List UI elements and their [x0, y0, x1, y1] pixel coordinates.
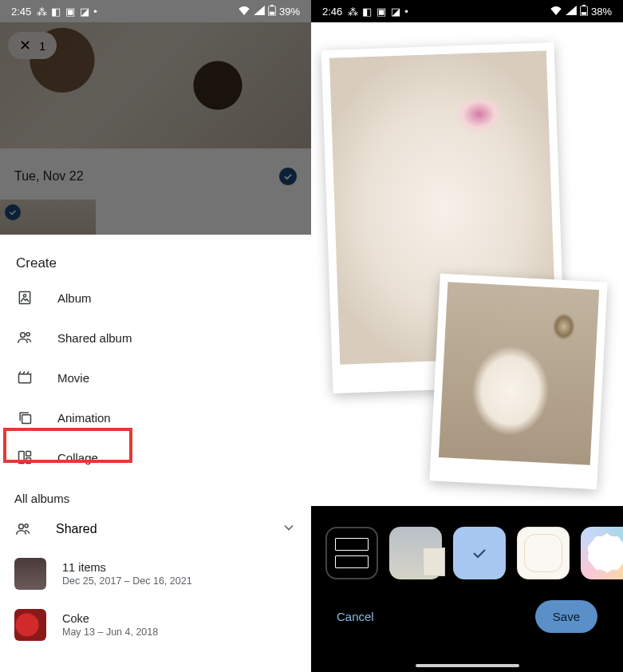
shared-album-icon — [16, 329, 34, 346]
template-selected[interactable] — [453, 527, 506, 579]
create-bottom-sheet: Create Album Shared album Movie — [0, 235, 311, 672]
notification-icon: ▣ — [65, 6, 76, 17]
svg-rect-16 — [582, 12, 586, 15]
menu-item-label: Collage — [57, 451, 98, 464]
template-overlap[interactable] — [389, 527, 442, 579]
album-title: Coke — [62, 612, 158, 625]
status-bar: 2:45 ⁂ ◧ ▣ ◪ • 39% — [0, 0, 311, 22]
svg-rect-9 — [19, 452, 25, 464]
action-row: Cancel Save — [311, 579, 623, 633]
shared-label: Shared — [56, 522, 97, 536]
template-grid[interactable] — [325, 527, 378, 579]
album-title: 11 items — [62, 561, 192, 574]
svg-point-6 — [26, 333, 30, 336]
more-icon: • — [404, 6, 408, 18]
status-app-icons: ⁂ ◧ ▣ ◪ • — [36, 6, 97, 18]
editor-bottom-bar: Cancel Save — [311, 506, 623, 672]
collage-icon — [16, 449, 34, 466]
app-icon: ◪ — [79, 6, 90, 17]
menu-item-animation[interactable]: Animation — [0, 397, 311, 437]
svg-rect-10 — [26, 452, 31, 457]
all-albums-title: All albums — [0, 477, 311, 510]
menu-item-label: Album — [57, 291, 92, 305]
wifi-icon — [550, 6, 562, 18]
status-bar: 2:46 ⁂ ◧ ▣ ◪ • 38% — [311, 0, 623, 22]
battery-percent: 38% — [591, 6, 612, 18]
album-thumbnail — [14, 558, 46, 590]
more-icon: • — [93, 6, 97, 18]
slack-icon: ⁂ — [347, 6, 358, 17]
template-strip[interactable] — [311, 506, 623, 579]
menu-item-label: Movie — [57, 371, 89, 385]
svg-point-5 — [21, 333, 26, 338]
status-time: 2:46 — [322, 6, 342, 18]
selection-count: 1 — [39, 39, 45, 53]
notification-icon: ▣ — [376, 6, 387, 17]
template-flower[interactable] — [581, 527, 623, 579]
battery-icon — [268, 5, 276, 18]
menu-item-album[interactable]: Album — [0, 278, 311, 318]
signal-icon — [254, 6, 265, 18]
status-app-icons: ⁂ ◧ ▣ ◪ • — [347, 6, 408, 18]
menu-item-collage[interactable]: Collage — [0, 437, 311, 477]
album-icon — [16, 289, 34, 306]
battery-percent: 39% — [279, 6, 300, 18]
photos-create-sheet-screen: ✕ 1 Tue, Nov 22 2:45 ⁂ ◧ ▣ ◪ • — [0, 0, 311, 672]
svg-point-4 — [23, 294, 26, 297]
cancel-button[interactable]: Cancel — [337, 610, 374, 623]
save-button[interactable]: Save — [535, 600, 597, 633]
svg-rect-11 — [26, 458, 31, 464]
thumbnail-check-icon[interactable] — [5, 204, 21, 220]
shared-icon — [14, 520, 32, 538]
svg-point-12 — [19, 524, 24, 529]
album-row[interactable]: Coke May 13 – Jun 4, 2018 — [0, 599, 311, 650]
battery-icon — [580, 5, 588, 18]
album-thumbnail — [14, 609, 46, 641]
collage-editor-screen: 2:46 ⁂ ◧ ▣ ◪ • 38% — [311, 0, 623, 672]
menu-item-label: Animation — [57, 411, 111, 425]
select-all-check-icon[interactable] — [279, 168, 297, 185]
svg-rect-8 — [22, 415, 31, 424]
menu-item-shared-album[interactable]: Shared album — [0, 318, 311, 358]
chevron-down-icon — [281, 520, 297, 539]
menu-item-movie[interactable]: Movie — [0, 358, 311, 397]
signal-icon — [566, 6, 577, 18]
nav-handle[interactable] — [416, 664, 519, 667]
svg-rect-15 — [582, 5, 586, 6]
status-time: 2:45 — [11, 6, 31, 18]
album-subtitle: May 13 – Jun 4, 2018 — [62, 627, 158, 638]
wifi-icon — [238, 6, 250, 18]
selection-header[interactable]: ✕ 1 — [8, 32, 57, 59]
date-header-row[interactable]: Tue, Nov 22 — [0, 168, 311, 185]
collage-canvas[interactable] — [311, 22, 623, 506]
shared-row[interactable]: Shared — [0, 510, 311, 548]
slack-icon: ⁂ — [36, 6, 47, 17]
collage-photo-2[interactable] — [429, 274, 607, 490]
svg-rect-7 — [19, 374, 31, 383]
album-subtitle: Dec 25, 2017 – Dec 16, 2021 — [62, 575, 192, 587]
sheet-title: Create — [0, 252, 311, 278]
template-rounded[interactable] — [517, 527, 570, 579]
app-icon: ◪ — [390, 6, 401, 17]
date-label: Tue, Nov 22 — [14, 169, 84, 184]
svg-rect-2 — [270, 11, 274, 14]
album-row[interactable]: 11 items Dec 25, 2017 – Dec 16, 2021 — [0, 548, 311, 599]
messenger-icon: ◧ — [50, 6, 61, 17]
create-menu-list: Album Shared album Movie Animation — [0, 278, 311, 477]
animation-icon — [16, 409, 34, 426]
check-icon — [470, 544, 489, 563]
menu-item-label: Shared album — [57, 331, 132, 345]
svg-rect-1 — [270, 5, 274, 6]
movie-icon — [16, 369, 34, 386]
close-icon[interactable]: ✕ — [19, 37, 31, 54]
messenger-icon: ◧ — [361, 6, 373, 17]
svg-point-13 — [25, 524, 28, 528]
